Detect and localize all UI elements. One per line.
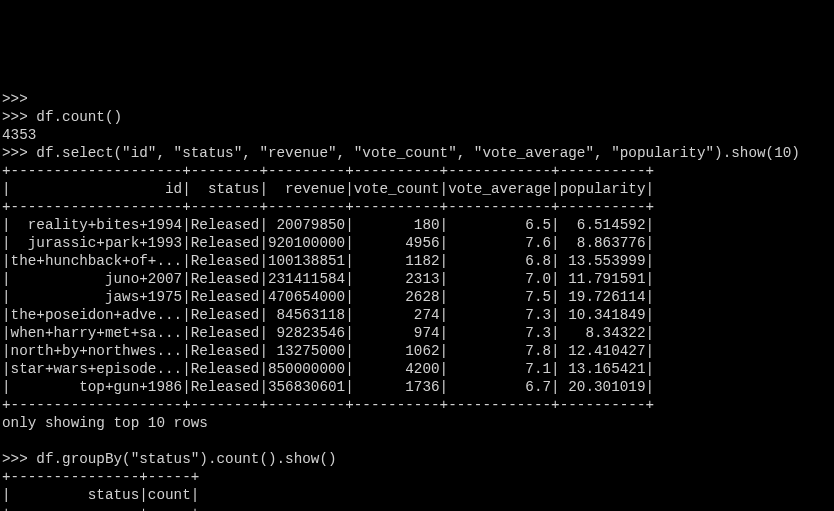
table-row: |the+hunchback+of+...|Released|100138851… [2,253,654,269]
table-row: |north+by+northwes...|Released| 13275000… [2,343,654,359]
prompt-line: >>> df.groupBy("status").count().show() [2,451,337,467]
prompt-line: >>> [2,91,28,107]
table-row: | top+gun+1986|Released|356830601| 1736|… [2,379,654,395]
prompt-line: >>> df.count() [2,109,122,125]
table-row: | reality+bites+1994|Released| 20079850|… [2,217,654,233]
table-border: +--------------------+--------+---------… [2,199,654,215]
table-header: | id| status| revenue|vote_count|vote_av… [2,181,654,197]
table-border: +--------------------+--------+---------… [2,397,654,413]
table-border: +--------------------+--------+---------… [2,163,654,179]
table-row: |star+wars+episode...|Released|850000000… [2,361,654,377]
table-row: | jurassic+park+1993|Released|920100000|… [2,235,654,251]
table-border: +---------------+-----+ [2,469,199,485]
count-result: 4353 [2,127,36,143]
table-row: | jaws+1975|Released|470654000| 2628| 7.… [2,289,654,305]
table-border: +---------------+-----+ [2,505,199,511]
table-row: |when+harry+met+sa...|Released| 92823546… [2,325,654,341]
table-row: |the+poseidon+adve...|Released| 84563118… [2,307,654,323]
table-header: | status|count| [2,487,199,503]
table-footer-note: only showing top 10 rows [2,415,208,431]
prompt-line: >>> df.select("id", "status", "revenue",… [2,145,800,161]
terminal-output[interactable]: >>> >>> df.count() 4353 >>> df.select("i… [0,90,834,511]
table-row: | juno+2007|Released|231411584| 2313| 7.… [2,271,654,287]
